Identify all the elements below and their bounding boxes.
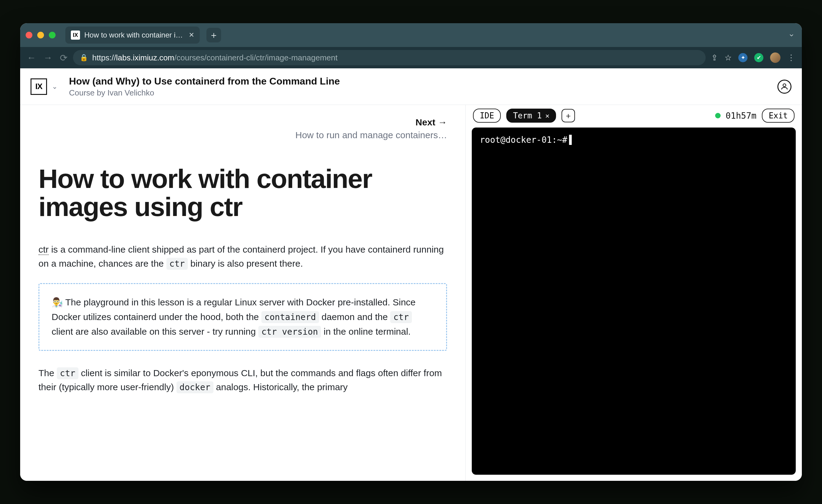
minimize-window-button[interactable] (37, 32, 44, 38)
site-logo[interactable]: IX (31, 78, 47, 95)
tab-title: How to work with container ima… (84, 31, 184, 39)
browser-titlebar: IX How to work with container ima… ✕ ＋ › (20, 23, 802, 47)
profile-avatar-icon[interactable] (770, 52, 781, 63)
user-icon (780, 82, 789, 91)
terminal[interactable]: root@docker-01:~# (472, 128, 796, 475)
course-subtitle: Course by Ivan Velichko (69, 88, 340, 98)
address-bar[interactable]: 🔒 https://labs.iximiuz.com/courses/conta… (73, 50, 706, 65)
account-button[interactable] (777, 80, 791, 94)
article-heading: How to work with container images using … (38, 165, 447, 221)
lesson-pane: Next → How to run and manage containers…… (20, 105, 466, 481)
article-paragraph-2: The ctr client is similar to Docker's ep… (38, 366, 447, 394)
ide-tab[interactable]: IDE (473, 109, 501, 123)
close-window-button[interactable] (26, 32, 32, 38)
term-ctr[interactable]: ctr (38, 244, 49, 255)
terminal-tab-label: Term 1 (513, 111, 542, 120)
terminal-tab-active[interactable]: Term 1 ✕ (506, 109, 556, 123)
course-title: How (and Why) to Use containerd from the… (69, 76, 340, 87)
nav-back-button[interactable]: ← (27, 52, 36, 63)
inline-code-ctr-version: ctr version (258, 326, 321, 338)
window-controls (26, 32, 56, 38)
zoom-window-button[interactable] (49, 32, 56, 38)
nav-forward-button[interactable]: → (43, 52, 52, 63)
lock-icon: 🔒 (80, 54, 88, 62)
url-text: https://labs.iximiuz.com/courses/contain… (92, 53, 337, 63)
nav-reload-button[interactable]: ⟳ (60, 52, 67, 63)
browser-tab-active[interactable]: IX How to work with container ima… ✕ (65, 27, 200, 44)
browser-toolbar: ← → ⟳ 🔒 https://labs.iximiuz.com/courses… (20, 47, 802, 68)
playground-callout: 👨‍🔬 The playground in this lesson is a r… (38, 283, 447, 351)
new-tab-button[interactable]: ＋ (207, 28, 221, 42)
extension-2-icon[interactable]: ✔ (754, 53, 763, 62)
next-lesson-subtitle: How to run and manage containers… (38, 130, 447, 140)
exit-session-button[interactable]: Exit (762, 109, 795, 123)
terminal-prompt: root@docker-01:~# (480, 135, 574, 145)
browser-window: IX How to work with container ima… ✕ ＋ ›… (20, 23, 802, 481)
playground-tabsbar: IDE Term 1 ✕ ＋ 01h57m Exit (466, 105, 802, 126)
inline-code-ctr-3: ctr (57, 367, 78, 379)
extension-1-icon[interactable]: ✦ (738, 53, 748, 62)
share-icon[interactable]: ⇪ (711, 53, 718, 63)
bookmark-icon[interactable]: ☆ (725, 53, 732, 63)
main-split: Next → How to run and manage containers…… (20, 105, 802, 481)
page-header: IX ⌄ How (and Why) to Use containerd fro… (20, 68, 802, 105)
site-menu-chevron-icon[interactable]: ⌄ (52, 83, 57, 91)
inline-code-ctr: ctr (166, 258, 188, 270)
browser-menu-button[interactable]: ⋮ (787, 53, 795, 63)
add-terminal-button[interactable]: ＋ (561, 109, 575, 122)
article-paragraph-1: ctr is a command-line client shipped as … (38, 243, 447, 271)
header-titles: How (and Why) to Use containerd from the… (69, 76, 340, 98)
status-dot-icon (715, 113, 721, 118)
session-timer: 01h57m (726, 111, 756, 121)
next-lesson-link[interactable]: Next → (416, 117, 447, 127)
inline-code-ctr-2: ctr (390, 311, 412, 323)
session-status: 01h57m (715, 111, 756, 121)
favicon-icon: IX (71, 31, 80, 40)
playground-pane: IDE Term 1 ✕ ＋ 01h57m Exit root@docker-0… (466, 105, 802, 481)
close-tab-button[interactable]: ✕ (189, 31, 194, 39)
inline-code-docker: docker (176, 381, 214, 393)
tabs-overflow-button[interactable]: › (788, 29, 796, 42)
inline-code-containerd: containerd (262, 311, 319, 323)
close-terminal-tab-button[interactable]: ✕ (545, 112, 549, 120)
svg-point-0 (783, 84, 786, 86)
